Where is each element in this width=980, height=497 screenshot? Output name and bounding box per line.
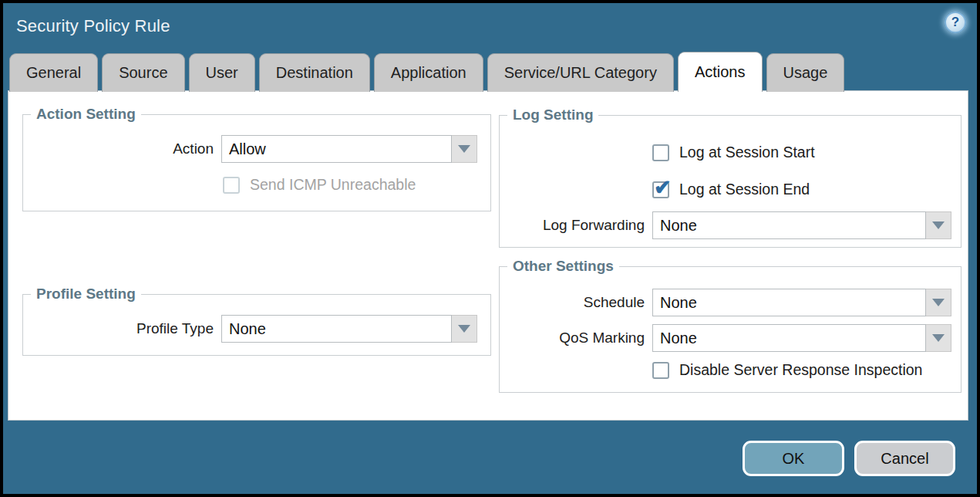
tab-actions[interactable]: Actions (678, 52, 763, 92)
log-forwarding-dropdown-button[interactable] (926, 211, 951, 239)
profile-type-dropdown[interactable]: None (221, 315, 477, 343)
dialog-title: Security Policy Rule (16, 16, 170, 36)
log-forwarding-label: Log Forwarding (500, 211, 645, 239)
log-session-end-checkbox[interactable] (652, 181, 669, 198)
tab-strip: General Source User Destination Applicat… (9, 52, 844, 92)
cancel-button[interactable]: Cancel (854, 441, 955, 476)
schedule-dropdown-value: None (652, 289, 926, 316)
other-settings-legend: Other Settings (507, 258, 619, 275)
log-session-start-checkbox[interactable] (652, 144, 669, 161)
schedule-dropdown[interactable]: None (652, 289, 951, 316)
chevron-down-icon (458, 145, 470, 153)
send-icmp-row: Send ICMP Unreachable (223, 176, 416, 194)
profile-setting-legend: Profile Setting (31, 286, 141, 303)
schedule-label: Schedule (500, 289, 645, 316)
tab-usage[interactable]: Usage (766, 53, 845, 92)
log-session-start-row: Log at Session Start (652, 144, 815, 161)
action-setting-group: Action Setting Action Allow Send ICMP Un… (22, 114, 491, 211)
dsri-checkbox[interactable] (652, 362, 669, 379)
actions-tab-panel: Action Setting Action Allow Send ICMP Un… (8, 90, 968, 421)
dsri-row: Disable Server Response Inspection (652, 361, 922, 379)
log-forwarding-dropdown[interactable]: None (652, 211, 951, 239)
chevron-down-icon (932, 334, 945, 342)
chevron-down-icon (932, 221, 945, 229)
tab-application[interactable]: Application (374, 53, 483, 92)
log-forwarding-dropdown-value: None (652, 211, 926, 239)
action-dropdown-value: Allow (221, 135, 452, 163)
dsri-label: Disable Server Response Inspection (679, 361, 922, 379)
log-session-end-label: Log at Session End (679, 181, 810, 198)
profile-setting-group: Profile Setting Profile Type None (22, 294, 491, 356)
log-setting-group: Log Setting Log at Session Start Log at … (499, 115, 961, 248)
qos-marking-dropdown-value: None (652, 324, 926, 352)
schedule-dropdown-button[interactable] (926, 289, 951, 316)
log-session-start-label: Log at Session Start (679, 144, 815, 161)
profile-type-dropdown-button[interactable] (452, 315, 477, 343)
action-setting-legend: Action Setting (31, 106, 141, 123)
action-dropdown-button[interactable] (452, 135, 477, 163)
log-session-end-row: Log at Session End (652, 181, 810, 198)
chevron-down-icon (932, 299, 945, 306)
profile-type-label: Profile Type (23, 315, 214, 343)
tab-destination[interactable]: Destination (259, 53, 370, 92)
tab-service-url-category[interactable]: Service/URL Category (487, 53, 674, 92)
qos-marking-dropdown-button[interactable] (926, 324, 951, 352)
chevron-down-icon (458, 325, 470, 333)
security-policy-rule-dialog: Security Policy Rule ? General Source Us… (3, 3, 977, 494)
ok-button[interactable]: OK (743, 441, 844, 476)
log-setting-legend: Log Setting (507, 106, 598, 123)
qos-marking-dropdown[interactable]: None (652, 324, 951, 352)
help-icon[interactable]: ? (945, 12, 966, 33)
profile-type-dropdown-value: None (221, 315, 452, 343)
other-settings-group: Other Settings Schedule None QoS Marking… (499, 266, 961, 393)
action-label: Action (23, 135, 214, 163)
send-icmp-checkbox[interactable] (223, 177, 240, 194)
qos-marking-label: QoS Marking (500, 324, 645, 352)
send-icmp-label: Send ICMP Unreachable (250, 176, 416, 194)
action-dropdown[interactable]: Allow (221, 135, 477, 163)
tab-user[interactable]: User (189, 53, 255, 92)
tab-general[interactable]: General (9, 53, 98, 92)
tab-source[interactable]: Source (102, 53, 184, 92)
